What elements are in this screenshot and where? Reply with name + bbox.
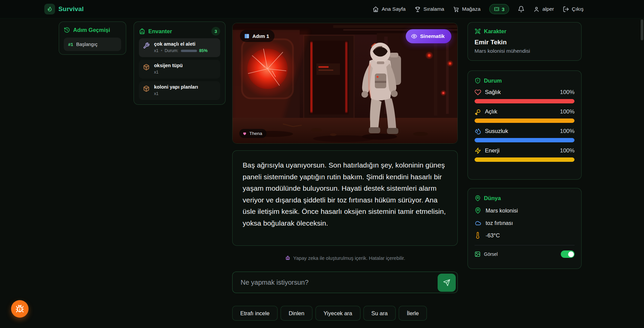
nav-user[interactable]: alper: [533, 6, 554, 12]
status-title: Durum: [475, 78, 575, 84]
world-title: Dünya: [475, 195, 575, 201]
story-column: Adım 1 Sinematik Thena Baş ağrısıyla uya…: [232, 23, 458, 321]
step-history-title: Adım Geçmişi: [64, 27, 121, 33]
quick-actions: Etrafı incele Dinlen Yiyecek ara Su ara …: [232, 306, 458, 321]
backpack-icon: [139, 28, 145, 35]
shield-alert-icon: [475, 78, 481, 84]
world-weather: toz fırtınası: [475, 220, 575, 226]
item-durability-label: Durum:: [165, 48, 179, 53]
brand-name: Survival: [58, 5, 84, 13]
stat-bar: [475, 138, 575, 142]
swords-icon: [475, 28, 481, 35]
character-panel: Karakter Emir Tekin Mars kolonisi mühend…: [467, 22, 582, 61]
nav-home[interactable]: Ana Sayfa: [373, 6, 406, 12]
stat-bar: [475, 99, 575, 103]
world-location: Mars kolonisi: [475, 207, 575, 214]
cinematic-button[interactable]: Sinematik: [406, 29, 451, 43]
item-name: oksijen tüpü: [154, 63, 183, 68]
durability-bar: [181, 50, 197, 52]
inventory-item[interactable]: koloni yapı planları x1: [139, 81, 220, 100]
character-title: Karakter: [475, 28, 575, 35]
item-qty: x1: [154, 91, 158, 96]
scene-card: Adım 1 Sinematik Thena: [232, 23, 458, 144]
divider: [475, 245, 575, 245]
robot-icon: [285, 255, 291, 261]
story-text: Baş ağrısıyla uyanıyorsun. Son hatırladı…: [243, 159, 447, 229]
action-composer: [232, 272, 458, 293]
ticket-balance[interactable]: 3: [489, 4, 509, 14]
stat-health: Sağlık 100%: [475, 89, 575, 103]
character-name: Emir Tekin: [475, 39, 575, 46]
quick-action-button[interactable]: Etrafı incele: [232, 306, 278, 321]
durability-value: 85%: [199, 48, 208, 53]
logout-icon: [563, 6, 569, 12]
nav-logout[interactable]: Çıkış: [563, 6, 584, 12]
quick-action-button[interactable]: Su ara: [363, 306, 396, 321]
stat-value: 100%: [560, 89, 575, 96]
eye-icon: [411, 33, 417, 39]
history-step-item[interactable]: #1 Başlangıç: [64, 38, 121, 51]
nav-store[interactable]: Mağaza: [453, 6, 481, 12]
book-icon: [244, 33, 250, 39]
step-history-panel: Adım Geçmişi #1 Başlangıç: [59, 21, 126, 55]
quick-action-button[interactable]: Dinlen: [281, 306, 312, 321]
story-card: Baş ağrısıyla uyanıyorsun. Son hatırladı…: [232, 150, 458, 246]
user-icon: [533, 6, 540, 12]
sidebar-right: Karakter Emir Tekin Mars kolonisi mühend…: [467, 22, 582, 269]
heart-icon: [475, 89, 481, 96]
nav-leaderboard[interactable]: Sıralama: [414, 6, 444, 12]
inventory-panel: Envanter 3 çok amaçlı el aleti x1 Durum:…: [134, 21, 226, 105]
send-icon: [443, 279, 450, 286]
stat-energy: Enerji 100%: [475, 147, 575, 162]
character-role: Mars kolonisi mühendisi: [475, 48, 575, 54]
stat-bar: [475, 157, 575, 162]
stat-value: 100%: [560, 108, 575, 115]
image-icon: [475, 251, 481, 257]
step-label: Başlangıç: [76, 42, 98, 47]
cart-icon: [453, 6, 459, 12]
bell-icon: [518, 6, 525, 12]
thermometer-icon: [475, 232, 481, 239]
send-button[interactable]: [438, 274, 456, 292]
navbar: Survival Ana Sayfa Sıralama Mağaza 3 alp…: [0, 0, 644, 18]
item-name: koloni yapı planları: [154, 84, 198, 90]
map-pin-icon: [475, 207, 481, 214]
map-pin-icon: [475, 195, 481, 201]
step-number: #1: [68, 42, 73, 47]
home-icon: [373, 6, 379, 12]
quick-action-button[interactable]: Yiyecek ara: [315, 306, 360, 321]
history-icon: [64, 27, 70, 33]
brand[interactable]: Survival: [44, 4, 84, 14]
package-icon: [143, 84, 150, 97]
flame-icon: [44, 4, 55, 14]
character-chip: Thena: [239, 129, 266, 138]
visual-toggle[interactable]: [561, 250, 575, 258]
zap-icon: [475, 147, 481, 154]
ticket-icon: [494, 6, 499, 12]
step-chip: Adım 1: [240, 30, 275, 42]
stat-hunger: Açlık 100%: [475, 108, 575, 123]
wrench-icon: [143, 41, 150, 54]
status-panel: Durum Sağlık 100% Açlık 100% Susuzluk 10…: [467, 71, 582, 180]
world-temperature: -63°C: [475, 232, 575, 239]
action-input[interactable]: [233, 272, 420, 293]
inventory-item[interactable]: oksijen tüpü x1: [139, 60, 220, 79]
quick-action-button[interactable]: İlerle: [399, 306, 427, 321]
stat-bar: [475, 119, 575, 123]
heart-icon: [243, 132, 247, 136]
stat-thirst: Susuzluk 100%: [475, 128, 575, 142]
inventory-title: Envanter: [139, 28, 172, 35]
item-name: çok amaçlı el aleti: [154, 41, 208, 47]
bug-icon: [15, 304, 24, 313]
drumstick-icon: [475, 108, 481, 115]
debug-report-button[interactable]: [11, 300, 29, 318]
cloud-icon: [475, 220, 481, 226]
notifications-button[interactable]: [518, 6, 525, 12]
world-panel: Dünya Mars kolonisi toz fırtınası -63°C …: [467, 188, 582, 269]
inventory-count-badge: 3: [211, 27, 220, 36]
visual-toggle-label: Görsel: [484, 251, 498, 257]
scrollbar-thumb[interactable]: [641, 19, 643, 40]
stat-value: 100%: [560, 147, 575, 154]
ai-disclaimer: Yapay zeka ile oluşturulmuş içerik. Hata…: [232, 255, 458, 261]
inventory-item[interactable]: çok amaçlı el aleti x1 Durum: 85%: [139, 38, 220, 57]
